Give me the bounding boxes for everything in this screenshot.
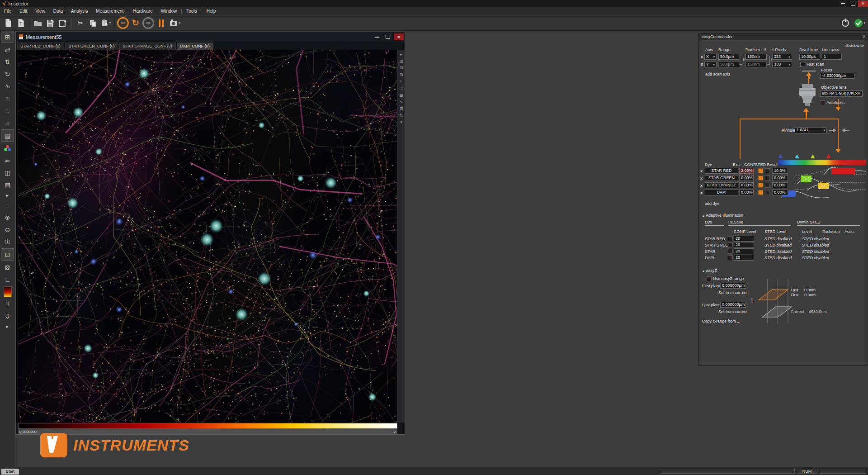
- menu-window[interactable]: Window: [157, 8, 181, 15]
- tool-flip-horizontal[interactable]: ⇄: [1, 44, 14, 55]
- status-dropdown-caret[interactable]: ▾: [863, 21, 865, 25]
- z-swap-icon[interactable]: ⇩: [749, 298, 754, 304]
- tab-star-red-conf[interactable]: STAR RED_CONF {0}: [17, 43, 64, 50]
- tool-layers-b[interactable]: ≋: [1, 105, 14, 116]
- tool-rgb-channels[interactable]: [1, 142, 14, 154]
- exc-dapi-field[interactable]: 0.00%: [739, 190, 754, 195]
- mini-tool-9[interactable]: ⇅: [400, 112, 403, 119]
- new-text-file-button[interactable]: T: [15, 17, 27, 29]
- conf-dapi-checkbox[interactable]: [758, 190, 763, 195]
- tool-expander-bottom[interactable]: ▸: [1, 323, 14, 330]
- pixels-y-select[interactable]: 333: [772, 62, 792, 67]
- deactivate-link[interactable]: deactivate: [845, 43, 864, 48]
- pinhole-select[interactable]: 1.0AU: [795, 127, 827, 133]
- tool-layers-c[interactable]: ≋: [1, 117, 14, 128]
- range-y-field[interactable]: 50.0µm: [718, 62, 739, 67]
- dye-name-dapi[interactable]: DAPI: [705, 190, 738, 195]
- cut-button[interactable]: ✂: [75, 17, 86, 29]
- dwell-time-field[interactable]: 10.00µs: [799, 54, 820, 60]
- tool-grid-view[interactable]: ▦: [1, 129, 14, 142]
- tool-window-cursor[interactable]: ⊠: [1, 261, 14, 273]
- mini-tool-8[interactable]: ⊡: [400, 105, 403, 112]
- conf-level-star-field[interactable]: 20: [734, 248, 754, 254]
- menu-data[interactable]: Data: [49, 8, 67, 15]
- repeat-record-button[interactable]: ↻: [130, 17, 142, 29]
- conf-star-green-checkbox[interactable]: [758, 176, 763, 180]
- tool-rotate[interactable]: ↻: [1, 68, 14, 80]
- menu-hardware[interactable]: Hardware: [129, 8, 156, 15]
- tool-colormap[interactable]: [1, 286, 14, 297]
- first-plane-field[interactable]: 0.000000µm: [720, 283, 746, 289]
- dye-name-star-green[interactable]: STAR GREEN: [705, 175, 738, 181]
- tool-zoom-out[interactable]: ⊖: [1, 224, 14, 235]
- exc-star-orange-field[interactable]: 0.00%: [739, 182, 754, 188]
- mini-tool-3[interactable]: ⊟: [400, 71, 403, 78]
- sted-star-red-checkbox[interactable]: [765, 168, 770, 173]
- pixels-x-select[interactable]: 333: [772, 54, 792, 60]
- app-close-button[interactable]: ✕: [858, 0, 868, 7]
- tool-zoom-one[interactable]: ①: [1, 236, 14, 247]
- mini-tool-4[interactable]: ≡: [400, 78, 402, 85]
- pixelsize-link-bracket[interactable]: [767, 56, 770, 65]
- sted-star-green-checkbox[interactable]: [765, 176, 770, 180]
- tool-scalebar[interactable]: µm: [1, 155, 14, 166]
- conf-level-star-green-field[interactable]: 20: [734, 242, 754, 248]
- measurement-close-button[interactable]: ✕: [394, 33, 404, 40]
- resol-star-orange-field[interactable]: 0.00%: [772, 182, 788, 188]
- resol-star-red-field[interactable]: 10.0%: [772, 168, 788, 174]
- spectrum-display[interactable]: [778, 149, 868, 200]
- add-dye-link[interactable]: add dye: [705, 201, 719, 206]
- measurement-maximize-button[interactable]: [383, 33, 393, 40]
- autofocus-checkbox[interactable]: [820, 100, 825, 105]
- fluorescence-image[interactable]: [18, 50, 397, 423]
- adaptive-collapse-icon[interactable]: ▲: [702, 214, 705, 217]
- tool-zoom-region[interactable]: ◌: [1, 200, 14, 211]
- mini-tool-7[interactable]: ∿: [400, 98, 403, 105]
- last-plane-set-link[interactable]: Set from current: [718, 309, 748, 314]
- tab-star-orange-conf[interactable]: STAR ORANGE_CONF {0}: [119, 43, 176, 50]
- remove-axis-x-button[interactable]: x: [701, 54, 703, 59]
- snapshot-button[interactable]: ▾: [168, 17, 182, 29]
- tab-star-green-conf[interactable]: STAR GREEN_CONF {0}: [65, 43, 118, 50]
- measurement-titlebar[interactable]: Measurement55 ✕: [16, 32, 405, 42]
- menu-edit[interactable]: Edit: [15, 8, 31, 15]
- resol-dapi-field[interactable]: 0.00%: [772, 190, 788, 195]
- axis-x-select[interactable]: X: [704, 54, 717, 60]
- app-minimize-button[interactable]: [838, 0, 848, 7]
- measurement-minimize-button[interactable]: [372, 33, 382, 40]
- sted-star-orange-checkbox[interactable]: [765, 183, 770, 188]
- remove-dye-dapi[interactable]: x: [700, 190, 703, 195]
- copy-z-range-link[interactable]: Copy z-range from ...: [702, 319, 741, 323]
- conf-level-star-red-field[interactable]: 20: [734, 236, 754, 242]
- mini-tool-5[interactable]: ◫: [399, 85, 403, 91]
- pixelsize-link-icon[interactable]: 8: [770, 57, 772, 62]
- tool-profile-peaks[interactable]: ∿: [1, 81, 14, 92]
- status-ok-button[interactable]: ▾: [854, 19, 865, 28]
- rescue-star-green-checkbox[interactable]: [728, 242, 733, 247]
- tool-axes-box[interactable]: ⊞: [1, 31, 14, 43]
- rescue-dapi-checkbox[interactable]: [728, 255, 733, 260]
- dye-name-star-red[interactable]: STAR RED: [705, 168, 738, 174]
- objective-lens-select[interactable]: 60X NA 1.4(oil) [UPLXA: [820, 90, 863, 97]
- tool-marker-down[interactable]: ⇩: [1, 310, 14, 322]
- snapshot-dropdown-caret[interactable]: ▾: [179, 21, 181, 25]
- tab-dapi-conf[interactable]: DAPI_CONF {0}: [177, 43, 213, 50]
- pixelsize-link-icon[interactable]: 8: [764, 48, 766, 52]
- tool-ruler[interactable]: ∟: [1, 274, 14, 285]
- save-button[interactable]: [45, 17, 57, 29]
- first-plane-set-link[interactable]: Set from current: [718, 290, 748, 295]
- tool-marker-up[interactable]: ⇧: [1, 298, 14, 309]
- sted-dapi-checkbox[interactable]: [765, 190, 770, 195]
- pause-button[interactable]: [155, 17, 167, 29]
- record-secondary-button[interactable]: REC: [142, 17, 154, 29]
- mini-tool-2[interactable]: ⊞: [400, 64, 403, 71]
- easycommander-close-button[interactable]: ✕: [862, 34, 866, 39]
- app-maximize-button[interactable]: [848, 0, 858, 7]
- resol-star-green-field[interactable]: 0.00%: [772, 175, 788, 181]
- exc-star-green-field[interactable]: 0.00%: [739, 175, 754, 181]
- easycommander-titlebar[interactable]: easyCommander ✕: [699, 33, 868, 40]
- paste-dropdown-caret[interactable]: ▾: [109, 21, 111, 25]
- mini-tool-6[interactable]: ▦: [399, 91, 403, 98]
- exc-star-red-field[interactable]: 2.00%: [739, 168, 754, 174]
- easyz-collapse-icon[interactable]: ▲: [702, 270, 705, 272]
